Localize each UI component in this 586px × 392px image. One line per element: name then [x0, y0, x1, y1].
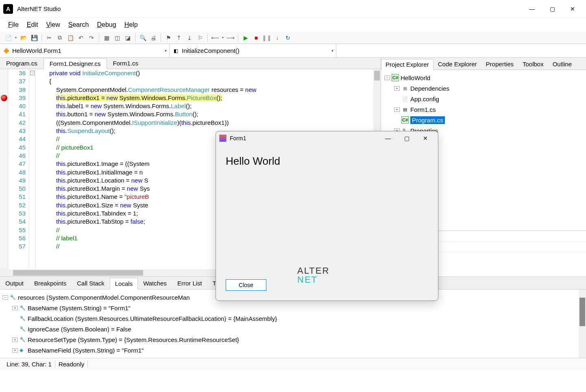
status-mode: Readonly: [55, 361, 88, 368]
fold-collapse-icon[interactable]: −: [30, 71, 35, 75]
nav-back-icon[interactable]: ⟵: [210, 33, 220, 43]
app-title: AlterNET Studio: [17, 5, 61, 12]
select-all-icon[interactable]: ▦: [102, 33, 111, 43]
tool-icon-2[interactable]: ◪: [123, 33, 133, 43]
form-minimize-button[interactable]: —: [379, 132, 397, 144]
locals-node[interactable]: +🔧 BaseName (System.String) = "Form1": [2, 303, 584, 313]
minimize-button[interactable]: —: [522, 2, 542, 15]
dependencies-icon: ▦: [401, 85, 409, 92]
tab-output[interactable]: Output: [0, 277, 29, 289]
class-icon: 🔶: [2, 47, 10, 54]
locals-node[interactable]: 🔧 IgnoreCase (System.Boolean) = False: [2, 324, 584, 334]
locals-node[interactable]: +🔧 ResourceSetType (System.Type) = {Syst…: [2, 334, 584, 345]
copy-icon[interactable]: ⧉: [55, 33, 65, 43]
bookmark-prev-icon[interactable]: ⤒: [174, 33, 184, 43]
run-icon[interactable]: ▶: [241, 33, 251, 43]
wrench-icon: 🔧: [20, 305, 26, 311]
member-selector[interactable]: ◧ InitializeComponent() ▾: [170, 44, 336, 57]
tree-node-project[interactable]: − C# HelloWorld: [383, 72, 584, 83]
bookmark-clear-icon[interactable]: ⚐: [195, 33, 205, 43]
tab-locals[interactable]: Locals: [110, 278, 138, 290]
breakpoint-gutter[interactable]: [0, 69, 8, 269]
method-icon: ◧: [172, 47, 179, 54]
nav-back-drop-icon[interactable]: ▾: [221, 33, 225, 43]
config-file-icon: 📄: [401, 95, 409, 102]
bookmark-next-icon[interactable]: ⤓: [185, 33, 194, 43]
app-logo-icon: A: [3, 4, 13, 14]
maximize-button[interactable]: ▢: [542, 2, 562, 15]
menu-bar: File Edit View Search Debug Help: [0, 18, 586, 32]
print-icon[interactable]: 🖨: [148, 33, 158, 43]
tab-program-cs[interactable]: Program.cs: [0, 58, 44, 69]
right-panel-tabs: Project Explorer Code Explorer Propertie…: [381, 58, 586, 70]
line-numbers: 3637383940414243444546474849505152535455…: [8, 69, 29, 269]
tab-form1-designer-cs[interactable]: Form1.Designer.cs: [44, 58, 107, 69]
open-icon[interactable]: 📂: [19, 33, 28, 43]
tree-node-program[interactable]: C# Program.cs: [383, 115, 584, 125]
tab-outline[interactable]: Outline: [548, 59, 577, 70]
toolbar: 📄 ▾ 📂 💾 ✂ ⧉ 📋 ↶ ↷ ▦ ◫ ◪ 🔍 🖨 ⚑ ⤒ ⤓ ⚐ ⟵ ▾ …: [0, 32, 586, 44]
locals-node[interactable]: 🔧 FallbackLocation (System.Resources.Ult…: [2, 313, 584, 324]
status-bar: Line: 39, Char: 1 Readonly: [0, 358, 586, 370]
new-dropdown-icon[interactable]: ▾: [14, 33, 18, 43]
locals-node[interactable]: +◆ BaseNameField (System.String) = "Form…: [2, 345, 584, 355]
running-form-window[interactable]: Form1 — ▢ ✕ Hello World ALTER NET Close: [216, 131, 438, 301]
csharp-project-icon: C#: [392, 74, 399, 81]
tree-node-dependencies[interactable]: + ▦ Dependencies: [383, 83, 584, 94]
form-body: Hello World ALTER NET Close: [216, 145, 438, 301]
cut-icon[interactable]: ✂: [44, 33, 54, 43]
pause-icon[interactable]: ❚❚: [262, 33, 272, 43]
form-icon: [219, 135, 227, 142]
tree-node-form1[interactable]: + ▤ Form1.cs: [383, 104, 584, 115]
paste-icon[interactable]: 📋: [65, 33, 75, 43]
class-selector[interactable]: 🔶 HelloWorld.Form1 ▾: [0, 44, 170, 57]
wrench-icon: 🔧: [10, 294, 16, 300]
field-icon: ◆: [20, 347, 26, 353]
fold-gutter[interactable]: −: [29, 69, 36, 269]
tab-call-stack[interactable]: Call Stack: [72, 277, 110, 289]
tab-code-explorer[interactable]: Code Explorer: [434, 59, 481, 70]
form-close-button[interactable]: ✕: [416, 132, 435, 144]
save-icon[interactable]: 💾: [29, 33, 39, 43]
tree-node-appconfig[interactable]: 📄 App.config: [383, 94, 584, 104]
menu-search[interactable]: Search: [65, 20, 92, 30]
tab-properties[interactable]: Properties: [481, 59, 518, 70]
close-window-button[interactable]: ✕: [562, 2, 583, 15]
hello-label: Hello World: [226, 155, 428, 168]
nav-fwd-icon[interactable]: ⟶: [226, 33, 235, 43]
tab-watches[interactable]: Watches: [138, 277, 172, 289]
menu-help[interactable]: Help: [121, 20, 141, 30]
file-tabs: Program.cs Form1.Designer.cs Form1.cs: [0, 58, 381, 69]
csharp-file-icon: C#: [401, 116, 409, 124]
menu-file[interactable]: File: [5, 20, 22, 30]
menu-edit[interactable]: Edit: [24, 20, 41, 30]
close-button[interactable]: Close: [226, 279, 266, 291]
form-maximize-button[interactable]: ▢: [397, 132, 416, 144]
tab-toolbox[interactable]: Toolbox: [518, 59, 548, 70]
title-bar: A AlterNET Studio — ▢ ✕: [0, 0, 586, 18]
tab-error-list[interactable]: Error List: [172, 277, 207, 289]
undo-icon[interactable]: ↶: [76, 33, 86, 43]
bookmark-icon[interactable]: ⚑: [163, 33, 173, 43]
redo-icon[interactable]: ↷: [87, 33, 96, 43]
step-over-icon[interactable]: ↻: [283, 33, 293, 43]
stop-icon[interactable]: ■: [251, 33, 261, 43]
wrench-icon: 🔧: [20, 337, 26, 342]
tab-project-explorer[interactable]: Project Explorer: [381, 59, 434, 70]
chevron-down-icon: ▾: [165, 48, 167, 53]
menu-debug[interactable]: Debug: [94, 20, 119, 30]
menu-view[interactable]: View: [43, 20, 63, 30]
wrench-icon: 🔧: [20, 316, 26, 321]
step-into-icon[interactable]: ↓: [272, 33, 282, 43]
form-file-icon: ▤: [401, 106, 409, 113]
new-file-icon[interactable]: 📄: [3, 33, 13, 43]
find-icon[interactable]: 🔍: [138, 33, 148, 43]
form-titlebar[interactable]: Form1 — ▢ ✕: [216, 131, 438, 145]
chevron-down-icon: ▾: [331, 48, 333, 53]
tab-form1-cs[interactable]: Form1.cs: [107, 58, 145, 69]
locals-scrollbar[interactable]: [579, 290, 586, 358]
tab-breakpoints[interactable]: Breakpoints: [29, 277, 72, 289]
status-position: Line: 39, Char: 1: [3, 361, 55, 368]
alternet-logo: ALTER NET: [297, 266, 329, 284]
tool-icon-1[interactable]: ◫: [112, 33, 122, 43]
